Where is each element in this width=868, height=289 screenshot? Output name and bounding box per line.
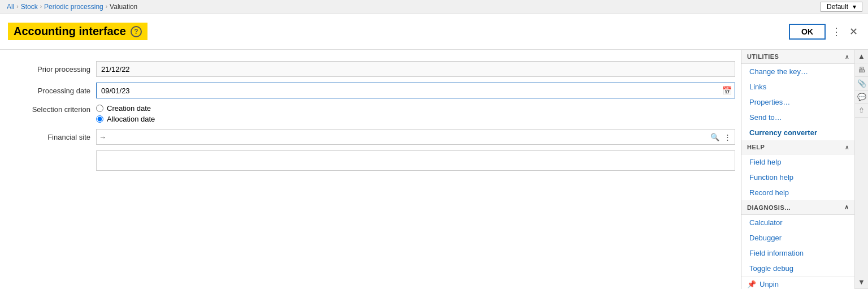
financial-site-input[interactable]: → 🔍 ⋮ [96,129,735,145]
utilities-collapse-icon[interactable]: ∧ [845,54,849,60]
record-help-link[interactable]: Record help [741,185,854,200]
prior-processing-label: Prior processing [6,65,96,74]
currency-converter-link[interactable]: Currency converter [741,125,854,140]
more-options-button[interactable]: ⋮ [829,23,844,40]
help-icon[interactable]: ? [131,26,142,37]
utilities-section-header: UTILITIES ∧ [741,50,854,64]
breadcrumb-chevron-3: › [106,3,107,10]
upload-icon-button[interactable]: ⇧ [855,104,869,118]
breadcrumb-chevron-2: › [40,3,42,10]
prior-processing-input[interactable] [96,61,735,77]
default-button[interactable]: Default ▾ [821,2,862,12]
unpin-icon: 📌 [747,280,756,288]
attach-icon-button[interactable]: 📎 [855,77,869,90]
creation-date-label: Creation date [107,104,151,113]
scroll-down-button[interactable]: ▼ [855,275,869,289]
processing-date-row: Processing date 📅 [0,83,741,98]
links-link[interactable]: Links [741,79,854,94]
financial-site-label: Financial site [6,133,96,141]
help-section-header: HELP ∧ [741,140,854,154]
debugger-link[interactable]: Debugger [741,230,854,245]
breadcrumb-item-periodic[interactable]: Periodic processing [44,3,103,11]
breadcrumb-item-valuation: Valuation [110,3,137,11]
default-label: Default [827,3,848,11]
diagnosis-section-header: DIAGNOSIS… ∧ [741,200,854,215]
chevron-down-icon: ▾ [853,3,856,11]
properties-link[interactable]: Properties… [741,94,854,110]
comment-icon-button[interactable]: 💬 [855,90,869,104]
breadcrumb-bar: All › Stock › Periodic processing › Valu… [0,0,868,14]
page-title: Accounting interface ? [8,23,147,40]
close-button[interactable]: ✕ [847,23,860,40]
form-area: Prior processing Processing date 📅 Selec… [0,50,741,289]
processing-date-input[interactable] [96,83,735,98]
right-panel: UTILITIES ∧ Change the key… Links Proper… [741,50,854,289]
radio-group: Creation date Allocation date [96,104,735,123]
utilities-label: UTILITIES [747,53,779,60]
allocation-date-radio[interactable] [96,115,103,123]
selection-criterion-row: Selection criterion Creation date Alloca… [0,104,741,123]
breadcrumb-item-stock[interactable]: Stock [21,3,38,11]
change-key-link[interactable]: Change the key… [741,64,854,79]
scroll-up-button[interactable]: ▲ [855,50,869,63]
radio-allocation-date: Allocation date [96,115,735,123]
diagnosis-label-text: DIAGNOSIS… [747,204,791,211]
main-layout: Prior processing Processing date 📅 Selec… [0,50,868,289]
allocation-date-label: Allocation date [107,115,155,123]
field-information-link[interactable]: Field information [741,245,854,261]
field-help-link[interactable]: Field help [741,154,854,170]
send-to-link[interactable]: Send to… [741,110,854,125]
unpin-row: 📌 Unpin [741,276,854,289]
header: Accounting interface ? OK ⋮ ✕ [0,14,868,50]
calendar-icon[interactable]: 📅 [722,86,732,95]
financial-site-arrow: → [99,133,709,141]
help-collapse-icon[interactable]: ∧ [845,144,849,150]
radio-creation-date: Creation date [96,104,735,113]
financial-site-search-button[interactable]: 🔍 [709,132,721,143]
help-label: HELP [747,144,765,150]
prior-processing-row: Prior processing [0,61,741,77]
print-icon-button[interactable]: 🖶 [855,63,869,77]
processing-date-wrap: 📅 [96,83,735,98]
selection-criterion-label: Selection criterion [6,104,96,114]
processing-date-label: Processing date [6,87,96,95]
diagnosis-collapse-icon[interactable]: ∧ [844,204,849,211]
ok-button[interactable]: OK [789,24,826,40]
financial-site-row: Financial site → 🔍 ⋮ [0,129,741,145]
breadcrumb-item-all[interactable]: All [7,3,14,11]
header-actions: OK ⋮ ✕ [789,23,860,40]
site-icons: 🔍 ⋮ [709,132,732,143]
calculator-link[interactable]: Calculator [741,215,854,230]
unpin-link[interactable]: Unpin [760,280,779,288]
toggle-debug-link[interactable]: Toggle debug [741,261,854,276]
page-title-text: Accounting interface [14,25,126,38]
financial-site-more-button[interactable]: ⋮ [723,132,732,143]
creation-date-radio[interactable] [96,105,103,112]
function-help-link[interactable]: Function help [741,170,854,185]
right-panel-container: UTILITIES ∧ Change the key… Links Proper… [741,50,854,289]
empty-textarea [96,150,735,171]
breadcrumb-chevron-1: › [16,3,18,10]
far-right-bar: ▲ 🖶 📎 💬 ⇧ ▼ [854,50,868,289]
